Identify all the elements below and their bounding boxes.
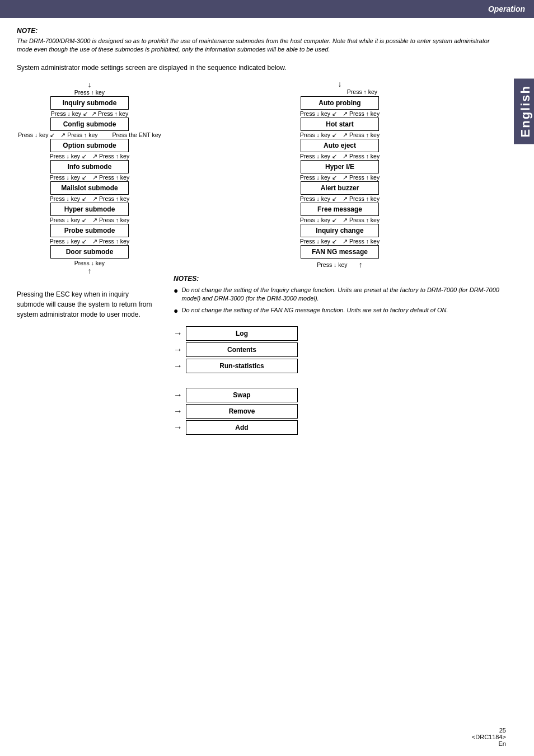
right-diagram: ↓ Press ↑ key Auto probing Press ↓ key ↙… [174,79,506,448]
arrow-section-1: Press ↓ key ↙ ↗ Press ↑ key [17,110,162,117]
page-footer: 25 <DRC1184> En [472,727,506,747]
ent-notes: NOTES: ● Do not change the setting of th… [174,275,506,448]
bottom-box-row-log: → Log [174,326,506,341]
intro-text: System administrator mode settings scree… [17,63,506,73]
arrow-right-add: → [174,422,182,433]
english-tab: English [514,78,534,144]
left-flow-container: ↓ Press ↑ key Inquiry submode Press ↓ ke… [17,79,162,276]
bottom-box-row-remove: → Remove [174,404,506,419]
arrow-right-run-statistics: → [174,361,182,371]
bottom-group-1: → Log → Contents → Run-statistics [174,325,506,375]
bottom-box-remove: Remove [186,404,298,419]
arrow-section-7: Press ↓ key ↙ ↗ Press ↑ key [17,238,162,245]
arrow-section-2: Press ↓ key ↙ ↗ Press ↑ key Press the EN… [17,132,162,139]
arrow-section-5: Press ↓ key ↙ ↗ Press ↑ key [17,195,162,202]
page-code: <DRC1184> [472,734,506,740]
bullet-1: ● [174,286,178,303]
notes-title: NOTES: [174,275,506,283]
r-arrow-6: Press ↓ key ↙ ↗ Press ↑ key [174,217,506,223]
bullet-2: ● [174,306,178,316]
main-content: NOTE: The DRM-7000/DRM-3000 is designed … [0,18,534,468]
bottom-box-row-contents: → Contents [174,342,506,357]
flow-box-auto-probing: Auto probing [301,96,379,110]
notes-section: NOTES: ● Do not change the setting of th… [174,275,506,316]
note-text: The DRM-7000/DRM-3000 is designed so as … [17,37,506,54]
r-arrow-3: Press ↓ key ↙ ↗ Press ↑ key [174,153,506,159]
bottom-box-row-run-statistics: → Run-statistics [174,359,506,373]
r-arrow-5: Press ↓ key ↙ ↗ Press ↑ key [174,195,506,202]
flow-box-mailslot: Mailslot submode [50,181,129,195]
bottom-group-2: → Swap → Remove → Add [174,386,506,436]
flow-box-free-message: Free message [301,203,379,216]
flow-box-hot-start: Hot start [301,118,379,131]
notes-text-1: Do not change the setting of the Inquiry… [181,286,506,303]
arrow-section-6: Press ↓ key ↙ ↗ Press ↑ key [17,217,162,223]
flow-item-bottom: Press ↓ key ↑ [74,260,105,275]
bottom-box-row-swap: → Swap [174,388,506,402]
flow-box-door: Door submode [50,245,129,259]
flow-box-fan-ng: FAN NG message [301,245,379,259]
flow-box-alert-buzzer: Alert buzzer [301,181,379,195]
bottom-box-log: Log [186,326,298,341]
arrow-right-log: → [174,328,182,339]
diagram-area: ↓ Press ↑ key Inquiry submode Press ↓ ke… [17,79,506,448]
bottom-box-contents: Contents [186,342,298,357]
esc-text: Pressing the ESC key when in inquiry sub… [17,289,157,320]
flow-box-hyper-ie: Hyper I/E [301,160,379,173]
arrow-right-contents: → [174,345,182,355]
notes-item-1: ● Do not change the setting of the Inqui… [174,286,506,303]
flow-box-config: Config submode [50,118,129,131]
bottom-box-row-add: → Add [174,420,506,435]
r-arrow-7: Press ↓ key ↙ ↗ Press ↑ key [174,238,506,245]
page-lang: En [472,740,506,747]
bottom-box-add: Add [186,420,298,435]
r-arrow-4: Press ↓ key ↙ ↗ Press ↑ key [174,174,506,181]
arrow-section-4: Press ↓ key ↙ ↗ Press ↑ key [17,174,162,181]
flow-box-inquiry-change: Inquiry change [301,224,379,237]
bottom-box-run-statistics: Run-statistics [186,359,298,373]
bottom-boxes: → Log → Contents → Run-statistics [174,325,506,448]
page-number: 25 [472,727,506,734]
header-title: Operation [488,4,525,13]
notes-item-2: ● Do not change the setting of the FAN N… [174,306,506,316]
note-title: NOTE: [17,27,506,35]
right-flow-container: ↓ Press ↑ key Auto probing Press ↓ key ↙… [174,79,506,269]
header-bar: Operation [0,0,534,18]
r-bottom-arrow: Press ↓ key ↑ [317,260,362,269]
r-arrow-2: Press ↓ key ↙ ↗ Press ↑ key [174,132,506,138]
flow-box-probe: Probe submode [50,224,129,237]
note-section: NOTE: The DRM-7000/DRM-3000 is designed … [17,27,506,54]
flow-box-option: Option submode [50,139,129,152]
left-diagram: ↓ Press ↑ key Inquiry submode Press ↓ ke… [17,79,162,448]
notes-text-2: Do not change the setting of the FAN NG … [181,306,448,316]
flow-box-info: Info submode [50,160,129,173]
arrow-section-3: Press ↓ key ↙ ↗ Press ↑ key [17,153,162,159]
flow-item-start: ↓ Press ↑ key [74,80,105,96]
flow-box-auto-eject: Auto eject [301,139,379,152]
flow-box-inquiry: Inquiry submode [50,96,129,110]
arrow-right-swap: → [174,390,182,400]
flow-box-hyper: Hyper submode [50,203,129,216]
bottom-box-swap: Swap [186,388,298,402]
right-top-arrow: ↓ Press ↑ key [174,79,506,95]
arrow-right-remove: → [174,406,182,416]
r-arrow-1: Press ↓ key ↙ ↗ Press ↑ key [174,110,506,117]
press-up-key-top: Press ↑ key [74,89,105,96]
